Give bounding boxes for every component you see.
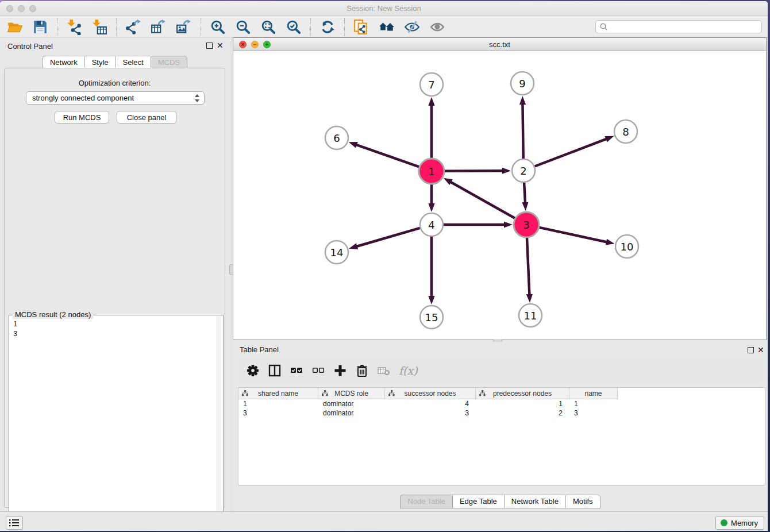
search-input[interactable]: [610, 23, 761, 31]
settings-gear-icon[interactable]: [246, 364, 260, 377]
column-layout-icon[interactable]: [268, 364, 282, 377]
close-panel-icon[interactable]: ✕: [217, 41, 224, 50]
task-history-button[interactable]: [6, 516, 23, 530]
add-column-icon[interactable]: [333, 364, 347, 377]
column-header-successor-nodes[interactable]: successor nodes: [385, 388, 476, 399]
graph-node-3[interactable]: 3: [514, 212, 539, 237]
network-canvas[interactable]: 7968124314101511: [233, 51, 766, 340]
import-table-icon[interactable]: [91, 19, 107, 35]
edge-arrow-icon: [502, 168, 511, 174]
edge-3-10[interactable]: [539, 228, 607, 242]
cell-predecessor-nodes[interactable]: 1: [476, 399, 569, 408]
zoom-fit-icon[interactable]: [260, 19, 276, 35]
export-network-icon[interactable]: [125, 19, 141, 35]
cell-shared-name[interactable]: 3: [238, 408, 318, 418]
first-neighbors-icon[interactable]: [379, 19, 395, 35]
zoom-in-icon[interactable]: [210, 19, 226, 35]
result-scrollbar[interactable]: [217, 316, 222, 531]
graph-node-6[interactable]: 6: [325, 126, 348, 149]
session-title: Session: New Session: [0, 4, 768, 13]
column-label: shared name: [258, 390, 298, 398]
mcds-result-text[interactable]: 1 3: [10, 317, 216, 531]
network-window-titlebar: × − + scc.txt: [233, 38, 766, 51]
show-all-icon[interactable]: [429, 19, 445, 35]
tab-edge-table[interactable]: Edge Table: [452, 495, 504, 508]
float-panel-icon[interactable]: [206, 43, 213, 49]
tab-motifs[interactable]: Motifs: [565, 495, 600, 508]
graph-node-10[interactable]: 10: [615, 235, 638, 258]
export-image-icon[interactable]: [176, 19, 192, 35]
graph-node-9[interactable]: 9: [511, 72, 534, 95]
cell-predecessor-nodes[interactable]: 2: [476, 408, 569, 418]
status-bar: Memory: [0, 511, 768, 531]
column-header-predecessor-nodes[interactable]: predecessor nodes: [476, 388, 569, 399]
edge-arrow-icon: [606, 239, 615, 245]
edge-arrow-icon: [349, 243, 358, 249]
hide-selected-icon[interactable]: [404, 19, 420, 35]
tab-network-table[interactable]: Network Table: [504, 495, 565, 508]
edge-2-8[interactable]: [535, 138, 608, 166]
refresh-icon[interactable]: [319, 19, 336, 35]
toolbar-separator: [310, 18, 311, 36]
column-header-shared-name[interactable]: shared name: [238, 388, 318, 399]
graph-node-8[interactable]: 8: [614, 120, 637, 143]
delete-table-icon[interactable]: [377, 364, 391, 377]
cell-mcds-role[interactable]: dominator: [318, 408, 385, 418]
svg-text:14: 14: [330, 246, 344, 259]
graph-node-7[interactable]: 7: [420, 73, 443, 96]
run-mcds-button[interactable]: Run MCDS: [55, 111, 109, 124]
column-label: successor nodes: [404, 390, 456, 398]
zoom-selected-icon[interactable]: [286, 19, 302, 35]
cell-name[interactable]: 1: [569, 399, 618, 408]
graph-node-14[interactable]: 14: [325, 241, 348, 264]
clone-network-icon[interactable]: [353, 19, 369, 35]
edge-2-3[interactable]: [524, 183, 525, 204]
export-table-icon[interactable]: [151, 19, 167, 35]
graph-node-2[interactable]: 2: [512, 159, 535, 182]
select-all-columns-icon[interactable]: [290, 364, 303, 377]
column-label: MCDS role: [334, 390, 368, 398]
tab-node-table[interactable]: Node Table: [400, 495, 452, 508]
mcds-result-box: MCDS result (2 nodes) 1 3: [9, 315, 224, 531]
criterion-dropdown[interactable]: strongly connected component: [26, 91, 205, 105]
edge-3-11[interactable]: [527, 238, 529, 296]
cell-mcds-role[interactable]: dominator: [318, 399, 385, 408]
memory-button[interactable]: Memory: [715, 516, 764, 530]
edge-2-9[interactable]: [522, 103, 523, 159]
edge-1-6[interactable]: [355, 144, 419, 167]
delete-column-icon[interactable]: [355, 364, 369, 377]
column-header-name[interactable]: name: [569, 388, 618, 399]
table-row[interactable]: 1 dominator 4 1 1: [238, 399, 765, 408]
svg-text:2: 2: [520, 165, 526, 177]
svg-text:1: 1: [428, 165, 434, 178]
graph-node-15[interactable]: 15: [420, 306, 443, 329]
cell-successor-nodes[interactable]: 3: [385, 408, 476, 418]
graph-node-11[interactable]: 11: [519, 304, 542, 327]
cell-successor-nodes[interactable]: 4: [385, 399, 476, 408]
svg-text:3: 3: [523, 219, 529, 231]
graph-node-1[interactable]: 1: [419, 159, 444, 184]
save-session-icon[interactable]: [32, 19, 48, 35]
zoom-out-icon[interactable]: [235, 19, 251, 35]
cell-name[interactable]: 3: [569, 408, 618, 418]
edge-3-1[interactable]: [449, 182, 515, 218]
column-type-icon: [479, 390, 486, 396]
table-row[interactable]: 3 dominator 3 2 3: [238, 408, 765, 418]
graph-node-4[interactable]: 4: [420, 213, 443, 236]
search-field[interactable]: [595, 20, 762, 33]
open-session-icon[interactable]: [7, 19, 23, 35]
close-panel-button[interactable]: Close panel: [117, 111, 176, 124]
edge-4-14[interactable]: [356, 228, 420, 247]
unselect-all-columns-icon[interactable]: [311, 364, 325, 377]
svg-text:4: 4: [428, 219, 434, 231]
main-toolbar: [0, 17, 768, 37]
cell-shared-name[interactable]: 1: [238, 399, 318, 408]
column-header-mcds-role[interactable]: MCDS role: [318, 388, 385, 399]
column-label: name: [584, 390, 602, 398]
table-float-icon[interactable]: [748, 347, 754, 353]
toolbar-separator: [201, 18, 201, 36]
edge-1-2[interactable]: [445, 171, 504, 171]
import-network-icon[interactable]: [66, 19, 82, 35]
svg-text:10: 10: [621, 241, 634, 253]
table-close-icon[interactable]: ✕: [757, 345, 764, 354]
